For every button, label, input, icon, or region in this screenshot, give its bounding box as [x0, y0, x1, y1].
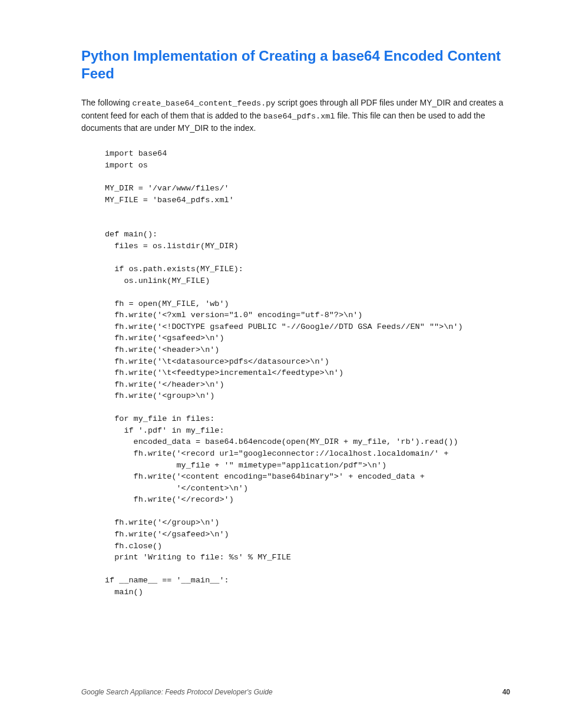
page-content: Python Implementation of Creating a base…	[0, 0, 562, 598]
section-heading: Python Implementation of Creating a base…	[81, 47, 510, 83]
intro-text-1: The following	[81, 98, 132, 107]
code-block: import base64 import os MY_DIR = '/var/w…	[105, 148, 510, 598]
footer-page-number: 40	[503, 688, 510, 696]
intro-code-2: base64_pdfs.xml	[263, 112, 335, 121]
page-footer: Google Search Appliance: Feeds Protocol …	[81, 688, 510, 696]
footer-title: Google Search Appliance: Feeds Protocol …	[81, 688, 273, 696]
intro-code-1: create_base64_content_feeds.py	[132, 99, 275, 108]
intro-paragraph: The following create_base64_content_feed…	[81, 97, 510, 134]
